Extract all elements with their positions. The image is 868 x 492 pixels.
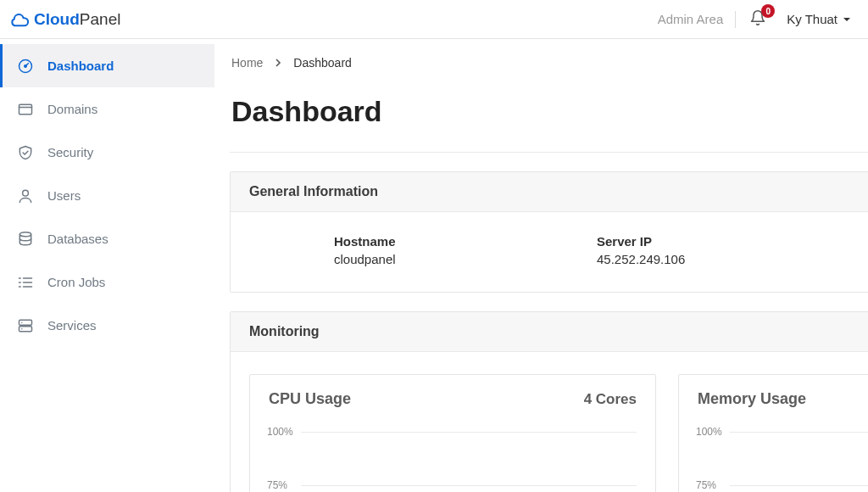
chart-memory-usage: Memory Usage 100% 75% <box>678 374 868 492</box>
window-icon <box>17 101 34 118</box>
chevron-right-icon <box>275 59 281 67</box>
ytick: 100% <box>696 426 722 438</box>
brand-logo[interactable]: CloudPanel <box>10 10 120 29</box>
serverip-label: Server IP <box>597 234 868 252</box>
notifications-button[interactable]: 0 <box>736 9 780 29</box>
brand-text: CloudPanel <box>34 10 120 29</box>
sidebar-item-services[interactable]: Services <box>0 304 214 347</box>
sidebar-item-domains[interactable]: Domains <box>0 87 214 131</box>
svg-point-4 <box>23 190 29 196</box>
ytick: 100% <box>267 426 293 438</box>
breadcrumb-home[interactable]: Home <box>231 56 263 70</box>
server-icon <box>17 317 34 334</box>
sidebar-item-cronjobs[interactable]: Cron Jobs <box>0 260 214 304</box>
sidebar: Dashboard Domains Security Users Databas… <box>0 39 214 492</box>
sidebar-item-label: Services <box>47 318 97 333</box>
chart-area: 100% 75% <box>730 420 868 492</box>
svg-point-1 <box>25 64 27 67</box>
sidebar-item-label: Cron Jobs <box>47 275 105 289</box>
panel-monitoring: Monitoring CPU Usage 4 Cores 100% 75% <box>230 311 868 492</box>
svg-rect-12 <box>19 320 32 325</box>
sidebar-item-dashboard[interactable]: Dashboard <box>0 44 214 87</box>
user-name: Ky Thuat <box>787 12 837 26</box>
notification-badge: 0 <box>761 4 775 18</box>
chart-cpu-usage: CPU Usage 4 Cores 100% 75% <box>249 374 656 492</box>
sidebar-item-label: Databases <box>47 232 108 246</box>
list-icon <box>17 274 34 291</box>
admin-area-link[interactable]: Admin Area <box>646 12 736 26</box>
user-icon <box>17 187 34 204</box>
chart-subtitle: 4 Cores <box>584 391 637 408</box>
shield-icon <box>17 144 34 161</box>
sidebar-item-security[interactable]: Security <box>0 131 214 174</box>
sidebar-item-label: Domains <box>47 102 97 116</box>
ytick: 75% <box>267 479 287 491</box>
sidebar-item-label: Security <box>47 145 93 159</box>
caret-down-icon <box>843 15 851 24</box>
sidebar-item-label: Dashboard <box>47 59 114 73</box>
sidebar-item-label: Users <box>47 188 81 203</box>
page-title: Dashboard <box>230 71 868 153</box>
sidebar-item-users[interactable]: Users <box>0 174 214 217</box>
panel-header: General Information <box>231 172 868 212</box>
svg-rect-2 <box>19 104 32 115</box>
svg-rect-13 <box>19 326 32 331</box>
main-content: Home Dashboard Dashboard General Informa… <box>214 39 868 492</box>
chart-area: 100% 75% <box>301 420 637 492</box>
breadcrumb: Home Dashboard <box>230 51 868 71</box>
svg-point-5 <box>19 232 31 236</box>
gauge-icon <box>17 58 34 75</box>
panel-general-information: General Information Hostname cloudpanel … <box>230 171 868 293</box>
user-menu[interactable]: Ky Thuat <box>780 12 851 26</box>
serverip-value: 45.252.249.106 <box>597 252 868 266</box>
chart-title: CPU Usage <box>269 390 351 408</box>
hostname-label: Hostname <box>334 234 588 252</box>
panel-header: Monitoring <box>231 312 868 352</box>
chart-title: Memory Usage <box>698 390 806 408</box>
breadcrumb-current: Dashboard <box>293 56 352 70</box>
database-icon <box>17 231 34 248</box>
ytick: 75% <box>696 479 716 491</box>
hostname-value: cloudpanel <box>334 252 588 266</box>
cloud-icon <box>10 10 29 29</box>
sidebar-item-databases[interactable]: Databases <box>0 217 214 260</box>
